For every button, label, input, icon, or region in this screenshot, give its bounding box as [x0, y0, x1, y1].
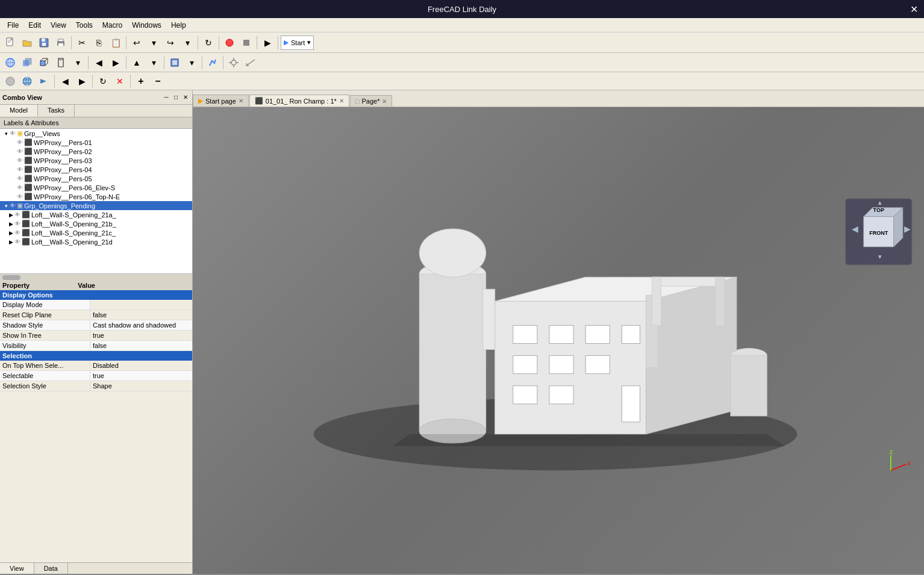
- tree-hscroll[interactable]: [0, 273, 192, 281]
- tree-item-loft-21c[interactable]: ▶ 👁 ⬛ Loft__Wall-S_Opening_21c_: [0, 228, 192, 237]
- measure-button[interactable]: [243, 55, 258, 70]
- save-button[interactable]: [36, 35, 52, 51]
- close-button[interactable]: ✕: [910, 4, 918, 15]
- tab-tasks[interactable]: Tasks: [38, 105, 75, 117]
- combo-min-button[interactable]: ─: [162, 93, 170, 102]
- macro-stop[interactable]: [239, 35, 254, 51]
- shape-icon: ⬛: [22, 211, 30, 219]
- viewport[interactable]: TOP FRONT ◀ ▶ ▲ ▼ X Z: [193, 107, 924, 574]
- svg-line-34: [246, 60, 255, 66]
- silo-body: [419, 274, 485, 431]
- view-dropdown[interactable]: ▾: [70, 55, 86, 70]
- tree-item-pers-01[interactable]: 👁 ⬛ WPProxy__Pers-01: [0, 138, 192, 147]
- menu-view[interactable]: View: [46, 20, 71, 31]
- view-down-dropdown[interactable]: ▾: [146, 55, 161, 70]
- tab-start-page[interactable]: ▶ Start page ✕: [193, 95, 249, 107]
- tree-item-pers-06-top[interactable]: 👁 ⬛ WPProxy__Pers-06_Top-N-E: [0, 192, 192, 201]
- svg-marker-24: [58, 58, 63, 67]
- prop-shadow-style: Shadow Style Cast shadow and shadowed: [0, 320, 192, 331]
- nav-back2[interactable]: [2, 73, 18, 89]
- snap-button[interactable]: [226, 55, 242, 70]
- nav-refresh2[interactable]: ↻: [95, 73, 111, 89]
- combo-view-title: Combo View: [2, 94, 42, 101]
- svg-text:TOP: TOP: [873, 207, 884, 213]
- start-page-icon: ▶: [198, 97, 203, 105]
- menu-tools[interactable]: Tools: [71, 20, 98, 31]
- copy-button[interactable]: ⎘: [91, 35, 107, 51]
- tree-item-pers-03[interactable]: 👁 ⬛ WPProxy__Pers-03: [0, 156, 192, 165]
- tree-item-loft-21a[interactable]: ▶ 👁 ⬛ Loft__Wall-S_Opening_21a_: [0, 210, 192, 219]
- eye-icon: 👁: [14, 211, 20, 218]
- view-select[interactable]: [53, 55, 69, 70]
- view-3d[interactable]: [36, 55, 52, 70]
- new-button[interactable]: [2, 35, 18, 51]
- tab-close-start[interactable]: ✕: [239, 98, 243, 104]
- tree-item-loft-21d[interactable]: ▶ 👁 ⬛ Loft__Wall-S_Opening_21d: [0, 237, 192, 246]
- svg-point-29: [231, 60, 236, 65]
- nav-back[interactable]: ◀: [91, 55, 107, 70]
- tab-data[interactable]: Data: [34, 563, 68, 574]
- macro-button[interactable]: [222, 35, 237, 51]
- separator-8: [126, 56, 126, 69]
- nav-right[interactable]: ▶: [74, 73, 90, 89]
- refresh-button[interactable]: ↻: [201, 35, 216, 51]
- nav-left[interactable]: ◀: [57, 73, 73, 89]
- nav-stop[interactable]: ✕: [112, 73, 128, 89]
- base-shadow: [392, 434, 785, 446]
- svg-rect-28: [172, 60, 177, 65]
- cut-button[interactable]: ✂: [74, 35, 90, 51]
- window-2: [549, 325, 573, 343]
- combo-close-button[interactable]: ✕: [181, 93, 190, 102]
- view-up[interactable]: ▲: [129, 55, 145, 70]
- tab-ron-champ[interactable]: ⬛ 01_01_ Ron Champ : 1* ✕: [249, 95, 349, 107]
- workbench-dropdown[interactable]: ▶ Start ▾: [281, 36, 314, 50]
- nav-plus[interactable]: +: [133, 73, 149, 89]
- redo-dropdown[interactable]: ▾: [179, 35, 195, 51]
- window-9: [549, 386, 573, 404]
- open-button[interactable]: [19, 35, 35, 51]
- tab-close-ron[interactable]: ✕: [339, 98, 344, 104]
- menu-file[interactable]: File: [2, 20, 23, 31]
- tree-item-pers-02[interactable]: 👁 ⬛ WPProxy__Pers-02: [0, 147, 192, 156]
- tree-item-grp-views[interactable]: ▾ 👁 ▣ Grp__Views: [0, 129, 192, 138]
- tab-view[interactable]: View: [0, 563, 34, 574]
- undo-dropdown[interactable]: ▾: [146, 35, 161, 51]
- nav-minus[interactable]: −: [150, 73, 166, 89]
- view-mode-dropdown[interactable]: ▾: [184, 55, 199, 70]
- tree-item-pers-05[interactable]: 👁 ⬛ WPProxy__Pers-05: [0, 174, 192, 183]
- undo-button[interactable]: ↩: [129, 35, 145, 51]
- view-mode[interactable]: [167, 55, 183, 70]
- menu-help[interactable]: Help: [166, 20, 191, 31]
- tab-model[interactable]: Model: [0, 105, 38, 117]
- menu-windows[interactable]: Windows: [127, 20, 166, 31]
- eye-icon: 👁: [10, 130, 16, 137]
- tab-close-page[interactable]: ✕: [382, 98, 387, 105]
- separator-7: [88, 56, 89, 69]
- draw-style[interactable]: [205, 55, 220, 70]
- redo-button[interactable]: ↪: [163, 35, 178, 51]
- play-button[interactable]: ▶: [260, 35, 275, 51]
- nav-forward[interactable]: ▶: [108, 55, 123, 70]
- value-col-header: Value: [78, 282, 95, 289]
- menu-edit[interactable]: Edit: [23, 20, 46, 31]
- view-box[interactable]: [19, 55, 35, 70]
- tree-area[interactable]: ▾ 👁 ▣ Grp__Views 👁 ⬛ WPProxy__Pers-01 👁 …: [0, 129, 192, 273]
- tree-item-pers-04[interactable]: 👁 ⬛ WPProxy__Pers-04: [0, 165, 192, 174]
- tree-item-pers-06-elev[interactable]: 👁 ⬛ WPProxy__Pers-06_Elev-S: [0, 183, 192, 192]
- nav-arrow-r[interactable]: [36, 73, 52, 89]
- view-home[interactable]: [2, 55, 18, 70]
- eye-icon: 👁: [17, 166, 23, 173]
- combo-restore-button[interactable]: □: [172, 93, 180, 102]
- menu-macro[interactable]: Macro: [98, 20, 127, 31]
- separator-2: [126, 36, 126, 49]
- eye-icon: 👁: [17, 175, 23, 182]
- paste-button[interactable]: 📋: [108, 35, 123, 51]
- tab-page[interactable]: □ Page* ✕: [350, 95, 393, 107]
- tree-item-loft-21b[interactable]: ▶ 👁 ⬛ Loft__Wall-S_Opening_21b_: [0, 219, 192, 228]
- tree-item-grp-openings[interactable]: ▾ 👁 ▣ Grp_Openings_Pending: [0, 201, 192, 210]
- arrow-icon: ▾: [2, 203, 10, 209]
- nav-globe[interactable]: [19, 73, 35, 89]
- viewport-svg: TOP FRONT ◀ ▶ ▲ ▼ X Z: [193, 107, 924, 574]
- print-button[interactable]: [53, 35, 69, 51]
- eye-icon: 👁: [17, 157, 23, 164]
